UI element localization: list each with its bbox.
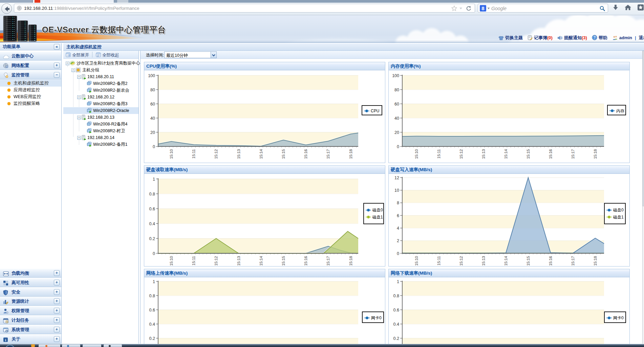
svg-text:15:10: 15:10 — [169, 256, 173, 266]
svg-text:15:16: 15:16 — [549, 149, 553, 159]
svg-text:15:12: 15:12 — [459, 149, 463, 159]
svg-text:磁盘0: 磁盘0 — [613, 208, 624, 212]
svg-text:0.4: 0.4 — [149, 222, 155, 226]
svg-text:20: 20 — [150, 130, 155, 135]
svg-text:15:15: 15:15 — [526, 256, 530, 266]
svg-text:20: 20 — [394, 130, 399, 135]
svg-text:15:17: 15:17 — [571, 149, 575, 159]
svg-text:40: 40 — [150, 116, 155, 121]
svg-text:60: 60 — [394, 102, 399, 107]
svg-text:0.2: 0.2 — [149, 336, 155, 341]
svg-text:15:16: 15:16 — [304, 149, 308, 159]
svg-text:网卡0: 网卡0 — [371, 316, 382, 320]
svg-text:0.8: 0.8 — [393, 294, 399, 298]
svg-text:15:10: 15:10 — [414, 256, 418, 266]
svg-text:2: 2 — [397, 238, 399, 243]
svg-text:0.4: 0.4 — [149, 322, 155, 327]
svg-text:15:11: 15:11 — [437, 149, 441, 159]
svg-text:15:17: 15:17 — [326, 256, 330, 266]
svg-text:15:13: 15:13 — [481, 149, 486, 159]
svg-text:15:15: 15:15 — [281, 256, 285, 266]
svg-text:12: 12 — [394, 176, 399, 180]
svg-text:15:15: 15:15 — [526, 149, 530, 159]
svg-text:15:16: 15:16 — [549, 256, 553, 266]
svg-text:100: 100 — [148, 73, 155, 78]
svg-text:i: i — [5, 338, 6, 342]
svg-text:1: 1 — [153, 177, 155, 182]
svg-text:80: 80 — [150, 88, 155, 92]
svg-text:15:15: 15:15 — [281, 149, 285, 159]
svg-text:磁盘1: 磁盘1 — [613, 215, 624, 219]
svg-text:15:13: 15:13 — [237, 149, 241, 159]
svg-text:0.4: 0.4 — [393, 322, 399, 327]
svg-text:15:17: 15:17 — [571, 256, 575, 266]
svg-text:15:12: 15:12 — [214, 256, 218, 266]
svg-text:0.2: 0.2 — [393, 336, 399, 341]
svg-text:4: 4 — [397, 226, 399, 231]
svg-text:15:12: 15:12 — [459, 256, 463, 266]
svg-text:15:16: 15:16 — [304, 256, 308, 266]
svg-text:磁盘1: 磁盘1 — [372, 215, 383, 219]
svg-text:0: 0 — [397, 144, 399, 149]
svg-text:8: 8 — [397, 201, 399, 205]
svg-text:内存: 内存 — [616, 109, 624, 113]
svg-text:15:11: 15:11 — [192, 256, 196, 265]
svg-text:6: 6 — [397, 213, 399, 218]
svg-text:网卡0: 网卡0 — [613, 316, 624, 320]
svg-text:0: 0 — [153, 144, 155, 149]
svg-text:15:14: 15:14 — [259, 256, 263, 265]
svg-text:1: 1 — [153, 279, 155, 284]
svg-text:?: ? — [594, 36, 596, 40]
svg-text:0.8: 0.8 — [149, 192, 155, 196]
svg-text:15:18: 15:18 — [349, 256, 353, 266]
svg-text:0: 0 — [153, 251, 155, 256]
svg-text:15:18: 15:18 — [593, 256, 597, 266]
svg-text:15:14: 15:14 — [259, 149, 263, 159]
svg-text:100: 100 — [392, 73, 399, 78]
svg-text:0: 0 — [397, 251, 399, 256]
svg-text:15:17: 15:17 — [326, 149, 330, 159]
svg-text:15:11: 15:11 — [437, 256, 441, 265]
svg-text:0.6: 0.6 — [149, 308, 155, 313]
svg-text:磁盘0: 磁盘0 — [372, 208, 383, 212]
svg-text:15:13: 15:13 — [237, 256, 241, 266]
svg-text:15:11: 15:11 — [192, 149, 196, 159]
svg-text:15:18: 15:18 — [349, 149, 353, 159]
svg-text:10: 10 — [394, 188, 399, 193]
svg-text:0.6: 0.6 — [149, 207, 155, 211]
svg-text:80: 80 — [394, 88, 399, 92]
svg-text:15:14: 15:14 — [504, 149, 508, 159]
svg-text:15:12: 15:12 — [214, 149, 218, 159]
svg-text:40: 40 — [394, 116, 399, 121]
svg-text:0.8: 0.8 — [149, 294, 155, 298]
svg-text:0.6: 0.6 — [393, 308, 399, 313]
svg-text:15:10: 15:10 — [414, 149, 418, 159]
svg-text:15:18: 15:18 — [593, 149, 597, 159]
svg-text:1: 1 — [397, 279, 399, 284]
svg-text:15:13: 15:13 — [481, 256, 486, 266]
svg-text:15:14: 15:14 — [504, 256, 508, 265]
svg-text:15:10: 15:10 — [169, 149, 173, 159]
svg-text:0.2: 0.2 — [149, 236, 155, 241]
svg-text:CPU: CPU — [371, 109, 379, 113]
svg-text:60: 60 — [150, 102, 155, 107]
